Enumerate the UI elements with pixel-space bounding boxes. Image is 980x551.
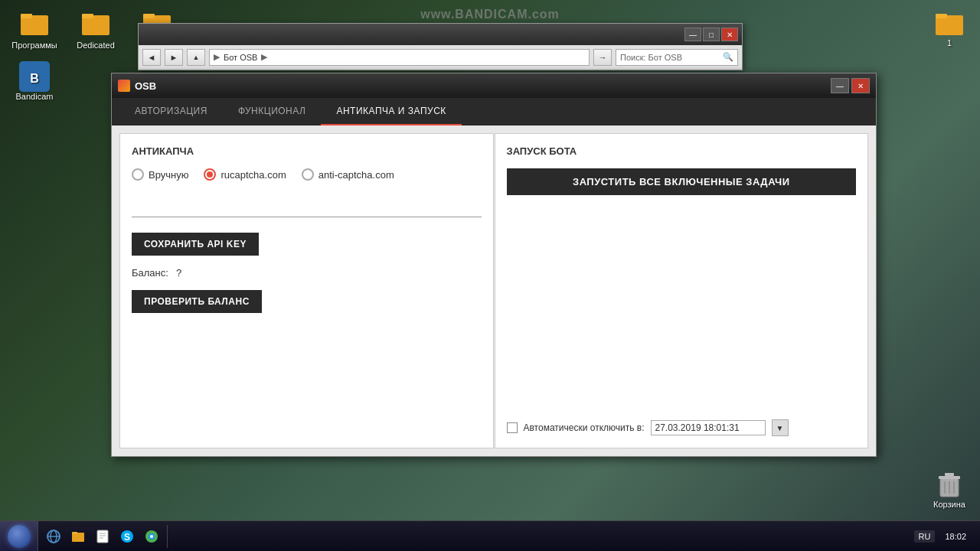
- anticaptcha-panel: АНТИКАПЧА Вручную rucaptcha.com: [119, 133, 494, 448]
- chrome-icon: [144, 529, 159, 544]
- notepad-icon: [95, 529, 110, 544]
- osb-window-controls: — ✕: [831, 78, 870, 93]
- desktop: www.BANDICAM.com Программы Dedicated Игр…: [0, 0, 980, 551]
- right-icon-label: 1: [947, 38, 952, 47]
- auto-disable-checkbox[interactable]: [507, 422, 518, 433]
- osb-tabs: АВТОРИЗАЦИЯ ФУНКЦИОНАЛ АНТИКАПЧА И ЗАПУС…: [112, 98, 876, 126]
- bot-launch-panel: ЗАПУСК БОТА ЗАПУСТИТЬ ВСЕ ВКЛЮЧЕННЫЕ ЗАД…: [495, 133, 869, 448]
- svg-text:B: B: [30, 72, 39, 85]
- osb-window: OSB — ✕ АВТОРИЗАЦИЯ ФУНКЦИОНАЛ АНТИКАПЧА…: [111, 73, 877, 457]
- balance-value: ?: [176, 267, 181, 279]
- bot-launch-title: ЗАПУСК БОТА: [507, 145, 857, 157]
- auto-disable-date-input[interactable]: [651, 420, 766, 435]
- ie-icon: [46, 529, 61, 544]
- radio-anticaptcha-label: anti-captcha.com: [318, 169, 394, 181]
- explorer-window: — □ ✕ ◄ ► ▲ ▶ Бот OSB ▶ → Поиск: Бот OSB…: [138, 23, 743, 70]
- desktop-icon-programmy-label: Программы: [11, 41, 57, 50]
- desktop-icon-right[interactable]: 1: [926, 8, 972, 47]
- osb-logo-icon: [118, 80, 130, 92]
- explorer-toolbar: ◄ ► ▲ ▶ Бот OSB ▶ → Поиск: Бот OSB 🔍: [139, 45, 742, 70]
- launch-all-tasks-button[interactable]: ЗАПУСТИТЬ ВСЕ ВКЛЮЧЕННЫЕ ЗАДАЧИ: [507, 168, 857, 195]
- osb-main-content: АНТИКАПЧА Вручную rucaptcha.com: [112, 126, 876, 456]
- folder-icon-2: [80, 8, 111, 38]
- explorer-up-btn[interactable]: ▲: [187, 49, 205, 66]
- radio-manual-circle: [132, 168, 144, 181]
- bandicam-label: Bandicam: [16, 92, 54, 101]
- start-orb-icon: [8, 525, 31, 548]
- bandicam-watermark: www.BANDICAM.com: [420, 8, 560, 21]
- radio-manual[interactable]: Вручную: [132, 168, 188, 181]
- osb-close-btn[interactable]: ✕: [851, 78, 870, 93]
- start-button[interactable]: [0, 521, 38, 552]
- svg-text:S: S: [124, 532, 130, 543]
- svg-point-29: [150, 535, 153, 538]
- desktop-icon-programmy[interactable]: Программы: [8, 8, 61, 50]
- radio-anticaptcha[interactable]: anti-captcha.com: [302, 168, 394, 181]
- breadcrumb-arrow: ▶: [214, 52, 220, 62]
- taskbar-icon-extra2[interactable]: S: [116, 525, 139, 548]
- svg-rect-20: [72, 532, 77, 534]
- folder-icon: [19, 8, 50, 38]
- explorer-search-text: Поиск: Бот OSB: [620, 53, 682, 62]
- anticaptcha-title: АНТИКАПЧА: [132, 145, 482, 157]
- explorer-window-controls: — □ ✕: [684, 28, 738, 41]
- svg-rect-21: [97, 530, 108, 543]
- svg-rect-3: [82, 14, 93, 18]
- breadcrumb-path: Бот OSB: [224, 53, 257, 62]
- svg-rect-9: [936, 14, 947, 18]
- explorer-close-btn[interactable]: ✕: [721, 28, 738, 41]
- explorer-maximize-btn[interactable]: □: [703, 28, 720, 41]
- recycle-bin-graphic: [934, 469, 965, 500]
- skype-icon: S: [119, 529, 135, 544]
- balance-row: Баланс: ?: [132, 267, 482, 279]
- osb-minimize-btn[interactable]: —: [831, 78, 849, 93]
- desktop-icon-dedicated[interactable]: Dedicated: [69, 8, 122, 50]
- osb-title-text: OSB: [135, 80, 156, 92]
- folder-icon-right: [934, 8, 965, 38]
- tab-functional[interactable]: ФУНКЦИОНАЛ: [223, 98, 322, 126]
- auto-disable-row: Автоматически отключить в: ▼: [507, 408, 857, 436]
- explorer-back-btn[interactable]: ◄: [142, 49, 161, 66]
- bot-launch-inner: ЗАПУСК БОТА ЗАПУСТИТЬ ВСЕ ВКЛЮЧЕННЫЕ ЗАД…: [507, 145, 857, 436]
- taskbar: S RU 18:02: [0, 520, 980, 551]
- time-display: 18:02: [945, 532, 966, 541]
- taskbar-icon-ie[interactable]: [42, 525, 65, 548]
- check-balance-button[interactable]: ПРОВЕРИТЬ БАЛАНС: [132, 290, 262, 313]
- explorer-minimize-btn[interactable]: —: [684, 28, 701, 41]
- balance-label: Баланс:: [132, 267, 168, 279]
- svg-rect-1: [21, 14, 32, 18]
- explorer-search-bar[interactable]: Поиск: Бот OSB 🔍: [616, 49, 738, 66]
- explorer-address-bar[interactable]: ▶ Бот OSB ▶: [209, 49, 590, 66]
- taskbar-icon-extra1[interactable]: [91, 525, 114, 548]
- tab-authorization[interactable]: АВТОРИЗАЦИЯ: [119, 98, 223, 126]
- radio-manual-label: Вручную: [149, 169, 188, 181]
- taskbar-quicklaunch: S: [38, 525, 168, 548]
- radio-rucaptcha[interactable]: rucaptcha.com: [204, 168, 286, 181]
- radio-rucaptcha-label: rucaptcha.com: [220, 169, 286, 181]
- tab-anticaptcha[interactable]: АНТИКАПЧА И ЗАПУСК: [321, 98, 461, 126]
- captcha-radio-group: Вручную rucaptcha.com anti-captcha.com: [132, 168, 482, 181]
- calendar-icon: ▼: [776, 424, 784, 432]
- svg-rect-12: [945, 473, 954, 476]
- api-key-input[interactable]: [132, 196, 482, 217]
- explorer-forward-btn[interactable]: ►: [165, 49, 183, 66]
- recycle-bin-label: Корзина: [933, 500, 965, 509]
- osb-title: OSB: [118, 80, 156, 92]
- radio-anticaptcha-circle: [302, 168, 314, 181]
- desktop-icon-bandicam[interactable]: B Bandicam: [8, 61, 61, 101]
- taskbar-system-tray: RU 18:02: [906, 530, 980, 543]
- calendar-button[interactable]: ▼: [772, 419, 789, 436]
- taskbar-icon-extra3[interactable]: [140, 525, 163, 548]
- search-icon: 🔍: [723, 52, 733, 62]
- save-api-key-button[interactable]: СОХРАНИТЬ API KEY: [132, 233, 259, 256]
- radio-rucaptcha-circle: [204, 168, 216, 181]
- explorer-taskbar-icon: [70, 529, 86, 544]
- svg-rect-11: [939, 476, 960, 479]
- svg-rect-5: [143, 14, 155, 18]
- radio-rucaptcha-dot: [207, 171, 213, 178]
- taskbar-icon-explorer[interactable]: [67, 525, 90, 548]
- explorer-go-btn[interactable]: →: [593, 49, 612, 66]
- recycle-bin-icon[interactable]: Корзина: [926, 469, 972, 509]
- taskbar-clock: 18:02: [939, 532, 972, 541]
- osb-titlebar: OSB — ✕: [112, 73, 876, 98]
